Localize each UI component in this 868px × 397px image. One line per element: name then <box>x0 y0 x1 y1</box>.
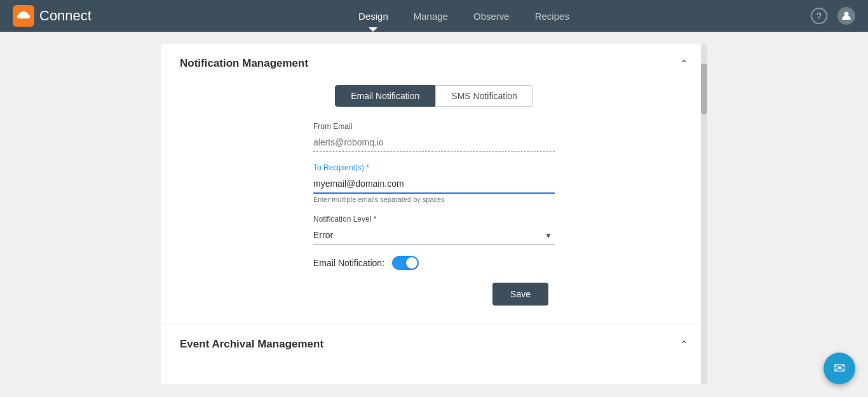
notification-level-label: Notification Level * <box>313 215 555 224</box>
notification-level-wrapper: Error Warning Info ▼ <box>313 226 555 245</box>
to-recipients-input[interactable] <box>313 175 555 194</box>
main-content: Notification Management ⌃ Email Notifica… <box>0 32 868 397</box>
to-recipients-label: To Recipient(s) * <box>313 163 555 172</box>
scrollbar-thumb[interactable] <box>701 64 707 114</box>
user-icon[interactable] <box>837 7 855 25</box>
logo-text: Connect <box>39 8 92 24</box>
to-recipients-hint: Enter multiple emails separated by space… <box>313 196 555 203</box>
email-notification-toggle-label: Email Notification: <box>313 258 384 268</box>
content-area: Notification Management ⌃ Email Notifica… <box>161 44 707 384</box>
archival-section-title: Event Archival Management <box>180 338 323 351</box>
from-email-label: From Email <box>313 122 555 131</box>
tab-sms-notification[interactable]: SMS Notification <box>435 85 532 107</box>
from-email-input[interactable] <box>313 133 555 152</box>
scrollbar[interactable] <box>701 44 707 384</box>
email-notification-toggle-row: Email Notification: <box>313 256 555 270</box>
notification-management-section: Notification Management ⌃ Email Notifica… <box>161 44 707 325</box>
save-button[interactable]: Save <box>492 283 548 306</box>
save-row: Save <box>313 283 555 306</box>
navbar: Connect Design Manage Observe Recipes ? <box>0 0 868 32</box>
chat-bubble[interactable]: ✉ <box>824 353 855 384</box>
nav-link-design[interactable]: Design <box>346 2 401 30</box>
nav-link-recipes[interactable]: Recipes <box>522 2 582 30</box>
notification-level-group: Notification Level * Error Warning Info … <box>313 215 555 245</box>
toggle-knob <box>406 257 417 269</box>
nav-links: Design Manage Observe Recipes <box>117 2 811 30</box>
archival-section-header: Event Archival Management ⌃ <box>180 338 688 351</box>
email-notification-toggle[interactable] <box>392 256 419 270</box>
nav-link-observe[interactable]: Observe <box>461 2 522 30</box>
tab-email-notification[interactable]: Email Notification <box>335 85 435 107</box>
from-email-group: From Email <box>313 122 555 152</box>
archival-collapse-icon[interactable]: ⌃ <box>680 339 688 351</box>
notification-form: From Email To Recipient(s) * Enter multi… <box>301 122 567 306</box>
section-header: Notification Management ⌃ <box>180 57 688 70</box>
to-recipients-group: To Recipient(s) * Enter multiple emails … <box>313 163 555 203</box>
help-icon[interactable]: ? <box>811 8 827 24</box>
tabs-container: Email Notification SMS Notification <box>180 85 688 107</box>
section-title: Notification Management <box>180 57 308 70</box>
collapse-icon[interactable]: ⌃ <box>680 58 688 70</box>
nav-link-manage[interactable]: Manage <box>401 2 461 30</box>
notification-level-select[interactable]: Error Warning Info <box>313 226 555 245</box>
chat-icon: ✉ <box>834 360 845 377</box>
nav-right: ? <box>811 7 855 25</box>
logo-icon <box>13 5 34 27</box>
archival-management-section: Event Archival Management ⌃ <box>161 325 707 379</box>
logo[interactable]: Connect <box>13 5 92 27</box>
